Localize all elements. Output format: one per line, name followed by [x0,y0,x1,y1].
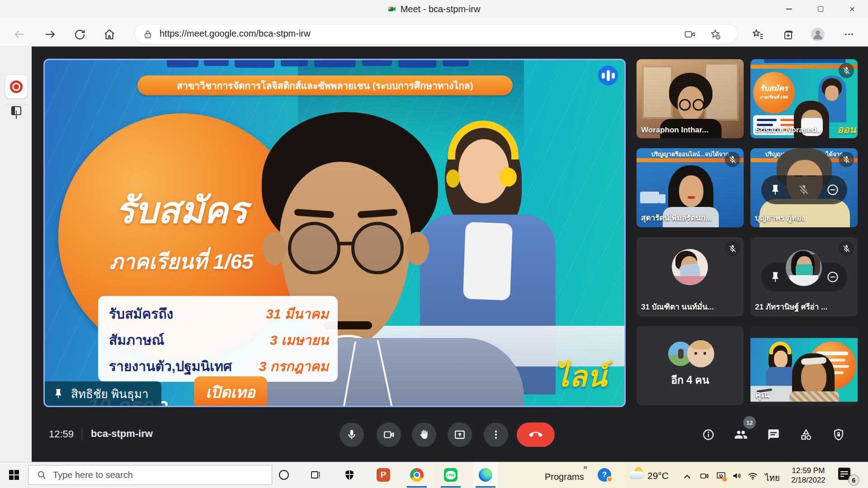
clock-time: 12:59 PM [782,466,835,475]
tray-notification-dot [722,477,727,482]
ellipsis-icon [843,28,855,41]
close-icon: × [849,5,855,14]
edge-button[interactable] [479,468,492,482]
mic-off-icon [728,155,737,164]
home-icon [103,28,116,41]
favorites-button[interactable] [750,26,766,42]
schedule-row: รายงานตัว,ปฐมนิเทศ 3 กรกฎาคม [109,356,329,377]
divider [82,428,82,441]
participant-avatar [786,250,822,286]
taskbar-programs-label[interactable]: Programs [545,472,584,482]
forward-button[interactable] [42,26,58,42]
minimize-button[interactable] [778,0,799,18]
keyboard-language-label[interactable]: ไทย [765,471,780,484]
sidebar-divider [6,104,26,104]
caret-up-icon [683,472,692,481]
maximize-icon [818,6,823,12]
poster-corner-text: ไลน์ [555,353,607,399]
url-text[interactable]: https://meet.google.com/bca-stpm-irw [160,28,310,39]
poster-schedule-panel: รับสมัครถึง 31 มีนาคม สัมภาษณ์ 3 เมษายน … [98,296,338,382]
mic-muted-badge [839,152,854,167]
back-button[interactable] [11,26,28,42]
more-options-button[interactable] [484,422,508,447]
participant-tile[interactable]: Woraphon Inthar... [637,59,744,138]
participant-avatar [687,340,714,367]
toolbar-overflow-chevron[interactable]: » [583,463,587,472]
weather-cloud-icon[interactable] [629,471,643,479]
notification-count-badge[interactable]: 6 [848,474,859,486]
profile-button[interactable] [810,26,826,42]
taskbar-clock[interactable]: 12:59 PM 2/18/2022 [782,466,835,485]
main-video-tile[interactable]: สาขาวิชาการจัดการโลจิสติกส์และซัพพลายเชน… [43,59,626,407]
remove-participant-button[interactable] [826,271,839,283]
window-title: Meet - bca-stpm-irw [401,4,481,14]
camera-icon [383,429,395,441]
powerpoint-icon: P [377,468,390,482]
pin-button[interactable] [769,184,781,196]
mic-muted-badge [839,63,854,78]
show-hidden-icons-button[interactable] [680,470,694,483]
end-call-button[interactable] [517,422,555,447]
record-icon [10,80,23,93]
refresh-button[interactable] [71,26,88,42]
end-call-icon [529,428,542,441]
task-view-button[interactable] [309,468,322,482]
present-button[interactable] [448,422,472,447]
start-button[interactable] [9,470,19,480]
task-view-icon [310,469,321,481]
temperature-label[interactable]: 29°C [647,470,669,481]
wifi-icon [747,470,759,482]
participant-tile[interactable]: ปริญญาตรีออนไลน์...จบได้จาก บุญยาพร ภู่ท… [750,148,858,227]
chat-button[interactable] [764,425,783,445]
participant-tile[interactable]: รับสมัคร ภาคเรียนที่ 1/65 ออน Srisarin N… [750,59,858,138]
pinned-tab-recorder[interactable] [5,75,27,99]
overflow-participants-tile[interactable]: อีก 4 คน [637,326,744,405]
collections-button[interactable] [780,26,797,42]
mic-button[interactable] [340,422,364,447]
present-icon [454,429,466,441]
cortana-button[interactable] [279,470,289,480]
mic-off-icon [842,244,851,253]
lock-icon[interactable] [142,29,153,40]
participant-name: Srisarin Norased... [755,126,823,135]
remove-participant-button[interactable] [826,183,839,196]
close-button[interactable]: × [842,0,863,18]
mute-button[interactable] [798,184,810,196]
pin-icon [53,388,64,399]
raise-hand-button[interactable] [412,422,436,447]
participant-name: Woraphon Inthar... [641,126,708,135]
host-controls-button[interactable] [829,425,849,445]
clock-date: 2/18/2022 [782,475,835,485]
chrome-button[interactable] [410,468,424,482]
participant-tile[interactable]: 31 บัณฑิตา นนท์มั่น... [637,237,744,316]
edge-vertical-tabs-sidebar [0,47,32,462]
volume-tray-icon[interactable] [731,469,744,483]
participant-tile[interactable]: ปริญญาตรีออนไลน์...จบได้จาก สุดารัตน์ พิ… [637,148,744,227]
participant-tile[interactable]: 21 ภัทรานิษฐ์ ศรีอ่า ... [750,237,858,316]
camera-button[interactable] [377,422,401,447]
camera-permission-icon[interactable] [684,28,696,40]
browser-menu-button[interactable] [841,26,857,42]
new-tab-button[interactable] [11,110,21,120]
mic-off-icon [842,155,851,164]
taskbar-search[interactable]: Type here to search [28,465,272,485]
edge-icon [479,468,492,482]
add-favorite-icon[interactable] [709,28,721,40]
search-placeholder: Type here to search [53,470,133,480]
windows-security-button[interactable] [343,468,356,482]
maximize-button[interactable] [810,0,831,18]
meeting-details-button[interactable] [698,425,718,445]
pin-button[interactable] [769,271,781,283]
info-icon [702,428,715,441]
camera-in-use-tray-icon[interactable] [698,469,711,483]
self-video-tile[interactable]: คุณ [750,326,858,405]
wifi-tray-icon[interactable] [746,469,760,483]
mic-muted-badge [725,152,740,167]
line-icon: LINE [444,468,458,482]
line-app-button[interactable]: LINE [444,468,458,482]
home-button[interactable] [101,26,118,42]
address-bar[interactable]: https://meet.google.com/bca-stpm-irw [134,24,738,44]
powerpoint-button[interactable]: P [377,468,390,482]
participant-name: สุดารัตน์ พิมลรัตนก... [641,211,712,224]
activities-button[interactable] [796,425,816,445]
